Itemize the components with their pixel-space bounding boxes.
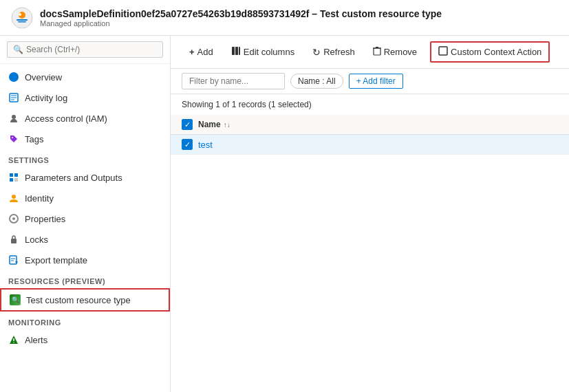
svg-rect-14 xyxy=(14,178,18,182)
sidebar-navigation: Overview Activity log Access control (IA… xyxy=(0,64,170,353)
app-icon xyxy=(11,7,33,29)
sidebar-item-overview[interactable]: Overview xyxy=(0,67,170,87)
custom-action-icon xyxy=(438,46,448,58)
svg-rect-18 xyxy=(11,239,17,243)
svg-point-9 xyxy=(12,115,16,119)
sidebar-item-activity-log[interactable]: Activity log xyxy=(0,87,170,108)
page-header: docsSampleDefinition0ef25a0727e54263b19d… xyxy=(0,0,569,36)
edit-columns-button[interactable]: Edit columns xyxy=(224,42,302,62)
svg-rect-30 xyxy=(376,47,378,48)
svg-rect-11 xyxy=(10,173,13,177)
add-button[interactable]: + Add xyxy=(182,43,221,61)
sidebar-item-identity[interactable]: Identity xyxy=(0,188,170,208)
export-icon xyxy=(8,254,19,265)
remove-button[interactable]: Remove xyxy=(365,42,425,62)
svg-point-17 xyxy=(12,217,15,220)
filter-bar: Name : All + Add filter xyxy=(171,69,569,94)
header-checkbox[interactable] xyxy=(182,119,198,130)
svg-point-24 xyxy=(13,342,14,342)
sidebar-label-iam: Access control (IAM) xyxy=(25,113,107,124)
sidebar-label-export: Export template xyxy=(25,255,87,265)
refresh-label: Refresh xyxy=(323,47,355,57)
main-layout: 🔍 Overview Activity log Access control xyxy=(0,36,569,392)
name-filter-pill[interactable]: Name : All xyxy=(290,74,343,89)
svg-rect-19 xyxy=(10,256,17,264)
row-name[interactable]: test xyxy=(198,140,213,150)
sidebar-label-activity-log: Activity log xyxy=(25,93,67,103)
sidebar-item-iam[interactable]: Access control (IAM) xyxy=(0,108,170,129)
sidebar: 🔍 Overview Activity log Access control xyxy=(0,36,171,392)
name-column-header: Name ↑↓ xyxy=(198,120,230,129)
page-subtitle: Managed application xyxy=(40,19,442,28)
svg-point-2 xyxy=(19,13,21,16)
table-info: Showing 1 of 1 records (1 selected) xyxy=(171,94,569,115)
name-column-label: Name xyxy=(198,120,221,129)
svg-point-15 xyxy=(12,195,16,199)
sidebar-label-identity: Identity xyxy=(25,193,54,204)
activity-log-icon xyxy=(8,92,19,103)
sidebar-item-properties[interactable]: Properties xyxy=(0,208,170,229)
svg-rect-31 xyxy=(439,47,447,55)
sort-arrows[interactable]: ↑↓ xyxy=(224,121,230,129)
sidebar-label-custom-resource: Test custom resource type xyxy=(26,295,131,305)
name-filter-label: Name : All xyxy=(298,76,336,86)
svg-rect-4 xyxy=(18,21,26,23)
table-row: test xyxy=(171,135,569,155)
page-title: docsSampleDefinition0ef25a0727e54263b19d… xyxy=(40,8,442,19)
svg-rect-27 xyxy=(239,47,240,55)
settings-section-label: Settings xyxy=(0,149,170,167)
search-field[interactable] xyxy=(26,45,157,54)
row-checkbox-checked[interactable] xyxy=(182,139,193,150)
custom-resource-icon: 🔍 xyxy=(10,294,21,305)
sidebar-item-locks[interactable]: Locks xyxy=(0,229,170,250)
edit-columns-label: Edit columns xyxy=(244,47,294,57)
filter-input[interactable] xyxy=(182,73,285,89)
sidebar-item-export[interactable]: Export template xyxy=(0,250,170,270)
remove-label: Remove xyxy=(384,47,417,57)
overview-icon xyxy=(8,72,19,83)
sidebar-label-properties: Properties xyxy=(25,214,65,224)
row-checkbox[interactable] xyxy=(182,139,198,150)
sidebar-item-alerts[interactable]: Alerts xyxy=(0,329,170,350)
add-icon: + xyxy=(189,47,195,57)
svg-point-10 xyxy=(12,137,13,138)
sidebar-label-tags: Tags xyxy=(25,134,43,144)
table-area: Showing 1 of 1 records (1 selected) Name… xyxy=(171,94,569,392)
svg-rect-28 xyxy=(374,48,380,55)
properties-icon xyxy=(8,213,19,224)
sidebar-item-params[interactable]: Parameters and Outputs xyxy=(0,167,170,188)
monitoring-section-label: Monitoring xyxy=(0,312,170,329)
header-title-block: docsSampleDefinition0ef25a0727e54263b19d… xyxy=(40,8,442,28)
svg-rect-12 xyxy=(14,173,18,177)
search-box: 🔍 xyxy=(0,36,170,64)
sidebar-item-custom-resource[interactable]: 🔍 Test custom resource type xyxy=(0,288,170,312)
sidebar-label-overview: Overview xyxy=(25,72,62,83)
svg-rect-25 xyxy=(232,47,235,55)
sidebar-item-tags[interactable]: Tags xyxy=(0,129,170,149)
locks-icon xyxy=(8,234,19,245)
add-filter-button[interactable]: + Add filter xyxy=(349,74,403,89)
tags-icon xyxy=(8,133,19,144)
search-input-container[interactable]: 🔍 xyxy=(7,41,163,58)
iam-icon xyxy=(8,113,19,124)
edit-columns-icon xyxy=(231,46,241,58)
resources-section-label: Resources (preview) xyxy=(0,270,170,288)
sidebar-label-params: Parameters and Outputs xyxy=(25,173,122,183)
toolbar: + Add Edit columns ↻ Refresh Remove xyxy=(171,36,569,69)
sidebar-label-alerts: Alerts xyxy=(25,335,47,345)
header-checkbox-checked[interactable] xyxy=(182,119,193,130)
params-icon xyxy=(8,172,19,183)
refresh-icon: ↻ xyxy=(312,47,321,58)
refresh-button[interactable]: ↻ Refresh xyxy=(305,43,363,62)
remove-icon xyxy=(373,46,381,58)
sidebar-label-locks: Locks xyxy=(25,235,48,245)
svg-rect-3 xyxy=(17,19,28,21)
custom-action-label: Custom Context Action xyxy=(451,47,541,57)
identity-icon xyxy=(8,193,19,204)
svg-rect-26 xyxy=(235,47,238,55)
table-header: Name ↑↓ xyxy=(171,115,569,135)
svg-rect-13 xyxy=(10,178,13,182)
custom-context-action-button[interactable]: Custom Context Action xyxy=(430,41,550,63)
add-filter-label: + Add filter xyxy=(356,76,396,86)
search-icon: 🔍 xyxy=(13,45,23,54)
